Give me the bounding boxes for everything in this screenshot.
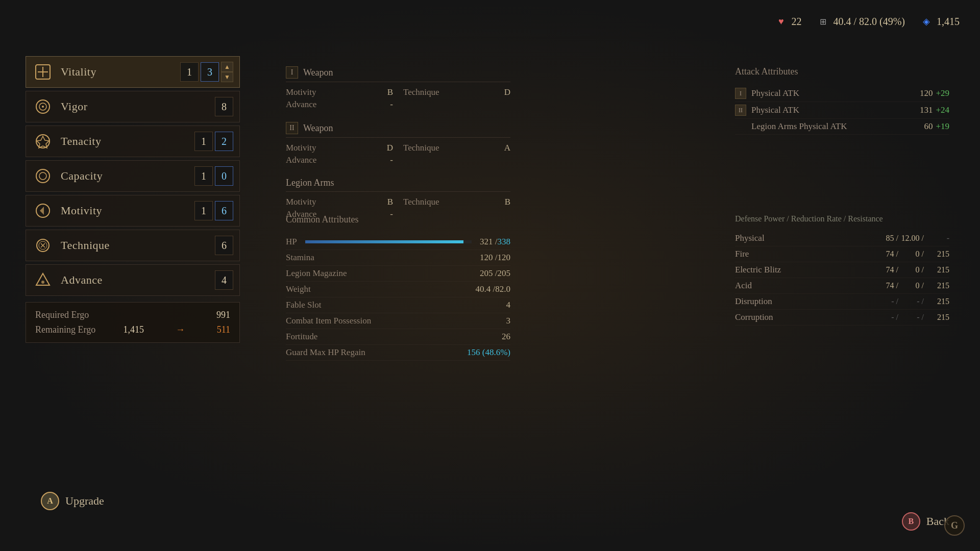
upgrade-label: Upgrade [65, 494, 104, 508]
stat-values: 1 3 [180, 62, 219, 82]
stat-row-advance[interactable]: Advance 4 [26, 264, 240, 296]
atk-base: 131 [920, 105, 933, 115]
def-val2: - / [898, 297, 924, 306]
def-val3: 215 [924, 281, 949, 290]
stat-decrement[interactable]: ▼ [221, 72, 233, 82]
weapon-motivity-row: Motivity B [286, 87, 393, 97]
atk-row-1: II Physical ATK 131 +24 [735, 102, 949, 119]
svg-point-9 [39, 172, 46, 180]
def-label: Fire [735, 249, 873, 259]
weapon-header: Legion Arms [286, 178, 510, 192]
atk-bonus: +29 [936, 88, 949, 98]
def-val2: 0 / [898, 249, 924, 259]
def-val1: 85 / [873, 234, 898, 243]
weapon-advance-row: Advance - [286, 155, 393, 165]
def-row-5: Corruption - / - / 215 [735, 310, 949, 325]
attr-bar [305, 240, 472, 243]
attr-val2: 120 [498, 253, 511, 263]
technique-val: B [505, 197, 510, 207]
weapon-section-1: II Weapon Motivity D Technique A Advance… [286, 122, 510, 165]
common-attributes-panel: Common Attributes HP 321 / 338 Stamina 1… [286, 214, 510, 361]
stat-icon-vitality [32, 61, 54, 83]
stat-row-vigor[interactable]: Vigor 8 [26, 91, 240, 122]
remaining-ergo-label: Remaining Ergo [35, 324, 95, 335]
attr-val2: 3 [506, 316, 511, 326]
advance-label: Advance [286, 99, 316, 110]
def-row-0: Physical 85 / 12.00 / - [735, 231, 949, 246]
attr-label: Guard Max HP Regain [286, 347, 365, 358]
atk-bonus: +19 [936, 121, 949, 132]
ergo-hud: ◈ 1,415 [920, 15, 960, 28]
stat-values: 1 6 [194, 201, 233, 220]
common-attrs-title: Common Attributes [286, 214, 510, 227]
common-attr-row-3: Weight 40.4 / 82.0 [286, 282, 510, 297]
atk-row-2: Legion Arms Physical ATK 60 +19 [735, 119, 949, 135]
attr-val1: 205 / [480, 268, 497, 279]
stat-icon-capacity [32, 165, 54, 187]
weapon-num: I [286, 66, 298, 79]
stat-val1: 1 [194, 132, 213, 151]
advance-val: - [390, 99, 393, 110]
stat-row-motivity[interactable]: Motivity 1 6 [26, 195, 240, 227]
def-row-1: Fire 74 / 0 / 215 [735, 246, 949, 262]
back-b-icon: B [902, 512, 920, 531]
weapons-panel: I Weapon Motivity B Technique D Advance … [286, 66, 510, 232]
common-attr-row-2: Legion Magazine 205 / 205 [286, 266, 510, 282]
def-label: Electric Blitz [735, 265, 873, 275]
motivity-label: Motivity [286, 197, 316, 207]
def-val3: 215 [924, 249, 949, 259]
remaining-ergo-new: 511 [217, 324, 230, 335]
attr-label: Fortitude [286, 332, 317, 342]
attr-val1: 321 / [480, 237, 497, 247]
attr-val1: 40.4 / [476, 284, 496, 294]
atk-base: 120 [920, 88, 933, 98]
def-label: Physical [735, 233, 873, 243]
stat-val1: 1 [180, 62, 199, 82]
weapon-technique-row: Technique A [403, 143, 510, 153]
stat-name: Advance [61, 273, 215, 287]
stat-row-tenacity[interactable]: Tenacity 1 2 [26, 126, 240, 157]
motivity-label: Motivity [286, 143, 316, 153]
weight-value: 40.4 / 82.0 (49%) [833, 16, 905, 28]
def-row-4: Disruption - / - / 215 [735, 294, 949, 310]
stat-val1: 1 [194, 201, 213, 220]
technique-val: A [504, 143, 510, 153]
weapon-title: Weapon [303, 123, 333, 134]
stat-row-capacity[interactable]: Capacity 1 0 [26, 160, 240, 192]
stat-val1: 4 [215, 270, 233, 290]
attr-val2: 82.0 [495, 284, 510, 294]
remaining-ergo-current: 1,415 [123, 324, 144, 335]
stat-arrows[interactable]: ▲ ▼ [221, 62, 233, 82]
attack-attributes-panel: Attack Attributes I Physical ATK 120 +29… [735, 66, 949, 135]
stat-values: 4 [215, 270, 233, 290]
atk-weapon-icon: II [735, 105, 746, 116]
common-attr-row-1: Stamina 120 / 120 [286, 250, 510, 266]
upgrade-button[interactable]: A Upgrade [41, 492, 104, 510]
common-attr-row-5: Combat Item Possession 3 [286, 313, 510, 329]
def-val3: 215 [924, 313, 949, 322]
stat-val2: 6 [215, 201, 233, 220]
weapon-title: Weapon [303, 67, 333, 78]
attack-attrs-title: Attack Attributes [735, 66, 949, 77]
ergo-panel: Required Ergo 991 Remaining Ergo 1,415 →… [26, 302, 240, 343]
common-attr-row-7: Guard Max HP Regain 156 (48.6%) [286, 345, 510, 361]
atk-weapon-icon: I [735, 88, 746, 99]
attr-label: Legion Magazine [286, 268, 347, 279]
attr-val2: 4 [506, 300, 511, 310]
stat-values: 8 [215, 97, 233, 116]
def-val3: 215 [924, 297, 949, 306]
heart-icon: ♥ [775, 15, 787, 28]
back-button[interactable]: B Back [902, 512, 949, 531]
stat-val2: 0 [215, 166, 233, 186]
def-val3: - [924, 234, 949, 243]
stat-val1: 8 [215, 97, 233, 116]
required-ergo-row: Required Ergo 991 [35, 310, 230, 320]
weapon-num: II [286, 122, 298, 134]
stat-values: 1 2 [194, 132, 233, 151]
stat-row-technique[interactable]: Technique 6 [26, 230, 240, 261]
stat-increment[interactable]: ▲ [221, 62, 233, 72]
common-attr-row-0: HP 321 / 338 [286, 234, 510, 250]
stat-row-vitality[interactable]: Vitality 1 3 ▲ ▼ [26, 56, 240, 88]
stat-name: Vigor [61, 100, 215, 113]
svg-point-5 [42, 106, 44, 108]
